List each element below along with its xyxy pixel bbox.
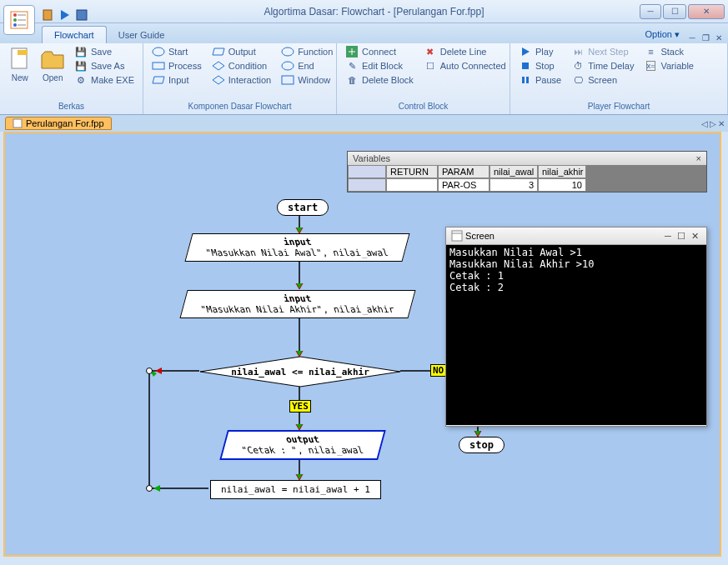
variables-panel[interactable]: Variables× RETURN PARAM nilai_awal nilai… [347,151,707,192]
tab-prev[interactable]: ◁ [701,119,708,128]
svg-point-1 [13,13,17,17]
clock-icon: ⏱ [571,60,585,72]
screen-max[interactable]: ☐ [675,231,688,242]
qat-save-icon[interactable] [75,8,88,22]
play-button[interactable]: Play [515,45,565,58]
delete-line-button[interactable]: ✖Delete Line [420,45,510,58]
function-button[interactable]: Function [278,45,336,58]
next-step-button[interactable]: ⏭Next Step [568,45,637,58]
screen-icon: 🖵 [571,74,585,86]
edit-block-button[interactable]: ✎Edit Block [342,59,417,72]
row-header [348,178,386,192]
make-exe-button[interactable]: ⚙Make EXE [71,73,138,87]
variable-icon: x= [644,60,657,72]
group-berkas-label: Berkas [5,100,138,112]
input-shape-icon [152,74,165,86]
document-tab-bar: Perulangan For.fpp ◁ ▷ ✕ [0,115,728,132]
svg-rect-17 [13,119,22,128]
titlebar: Algortima Dasar: Flowchart - [Perulangan… [0,0,728,23]
delete-block-button[interactable]: 🗑Delete Block [342,73,417,87]
qat-play-icon[interactable] [58,8,72,22]
svg-rect-9 [153,62,164,69]
mdi-close[interactable]: ✕ [713,32,725,43]
end-button[interactable]: End [278,59,336,72]
stop-button[interactable]: Stop [515,59,565,72]
tab-close[interactable]: ✕ [718,119,725,128]
input1-node[interactable]: input"Masukkan Nilai Awal", nilai_awal [184,233,409,262]
screen-titlebar[interactable]: Screen ─ ☐ ✕ [446,228,706,245]
window-button[interactable]: Window [278,73,336,87]
screen-close[interactable]: ✕ [688,231,701,242]
tab-flowchart[interactable]: Flowchart [42,26,107,43]
interaction-button[interactable]: Interaction [208,73,274,87]
output-node[interactable]: output"Cetak : ", nilai_awal [219,430,385,460]
save-button[interactable]: 💾Save [71,45,138,58]
input-button[interactable]: Input [148,73,205,87]
group-player-label: Player Flowchart [515,100,722,112]
time-delay-button[interactable]: ⏱Time Delay [568,59,637,72]
svg-rect-30 [452,231,462,241]
mdi-restore[interactable]: ❐ [700,32,711,43]
process-node[interactable]: nilai_awal = nilai_awal + 1 [210,480,381,499]
col-nilai-akhir: nilai_akhir [538,165,586,178]
output-button[interactable]: Output [208,45,274,58]
mdi-minimize[interactable]: ─ [686,32,698,43]
maximize-button[interactable]: ☐ [663,4,686,19]
close-button[interactable]: ✕ [688,4,725,19]
svg-point-2 [13,18,17,22]
tabstrip: Flowchart User Guide Option ▾ ─ ❐ ✕ [0,23,728,43]
end-shape-icon [281,60,294,72]
save-as-button[interactable]: 💾Save As [71,59,138,72]
next-step-icon: ⏭ [571,46,585,58]
canvas[interactable]: start input"Masukkan Nilai Awal", nilai_… [3,132,721,557]
decision-node[interactable]: nilai_awal <= nilai_akhir [198,355,402,388]
condition-button[interactable]: Condition [208,59,274,72]
row-header-blank [348,165,386,178]
open-button[interactable]: Open [38,45,68,84]
stop-node[interactable]: stop [459,437,505,453]
edit-icon: ✎ [345,60,359,72]
connect-button[interactable]: Connect [342,45,417,58]
tab-next[interactable]: ▷ [710,119,716,128]
svg-rect-4 [43,10,52,20]
new-file-icon [8,47,33,72]
screen-min[interactable]: ─ [661,231,675,241]
variable-button[interactable]: x=Variable [640,59,697,72]
new-button[interactable]: New [5,45,35,84]
svg-rect-14 [522,62,529,69]
auto-connected-button[interactable]: ☐Auto Connected [420,59,510,72]
screen-line: Cetak : 2 [449,282,703,293]
screen-panel[interactable]: Screen ─ ☐ ✕ Masukkan Nilai Awal >1 Masu… [445,227,707,427]
document-tab[interactable]: Perulangan For.fpp [5,117,112,130]
open-folder-icon [40,47,65,72]
window-buttons: ─ ☐ ✕ [640,4,725,19]
group-komponen-label: Komponen Dasar Flowchart [148,100,331,112]
tab-user-guide[interactable]: User Guide [107,27,177,43]
start-node[interactable]: start [277,199,329,216]
window-title: Algortima Dasar: Flowchart - [Perulangan… [108,6,640,18]
screen-output: Masukkan Nilai Awal >1 Masukkan Nilai Ak… [446,245,706,425]
play-icon [519,46,532,58]
condition-shape-icon [212,60,225,72]
minimize-button[interactable]: ─ [640,4,661,19]
svg-rect-5 [77,10,87,20]
qat-icon-1[interactable] [42,8,55,22]
variables-table: RETURN PARAM nilai_awal nilai_akhir PAR-… [348,165,706,192]
group-control-label: Control Block [342,100,505,112]
option-menu[interactable]: Option ▾ [639,26,686,43]
start-button[interactable]: Start [148,45,205,58]
stack-icon: ≡ [644,46,657,58]
screen-button[interactable]: 🖵Screen [568,73,637,87]
app-icon[interactable] [3,5,35,35]
process-button[interactable]: Process [148,59,205,72]
screen-line: Masukkan Nilai Akhir >10 [449,258,703,270]
svg-rect-15 [522,77,525,83]
variables-titlebar[interactable]: Variables× [348,152,706,165]
svg-point-11 [282,62,294,70]
svg-rect-12 [282,76,294,84]
variables-close[interactable]: × [696,153,701,163]
interaction-shape-icon [212,74,225,86]
stack-button[interactable]: ≡Stack [640,45,697,58]
input2-node[interactable]: input"Masukkan Nilai Akhir", nilai_akhir [179,290,415,318]
pause-button[interactable]: Pause [515,73,565,87]
